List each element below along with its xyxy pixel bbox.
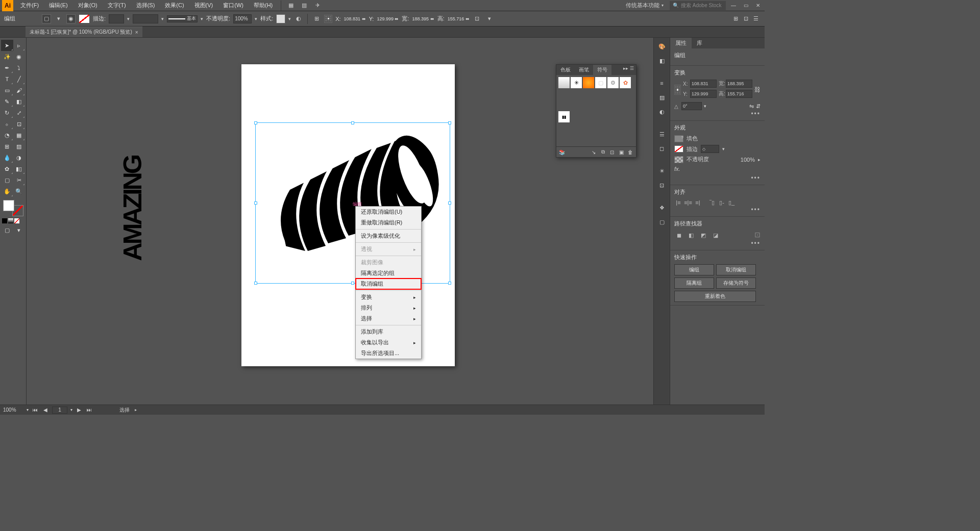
transform-more[interactable]: ••• <box>674 110 761 117</box>
align-icon[interactable]: ⊞ <box>312 14 321 23</box>
shape-icon[interactable]: ▾ <box>485 14 494 23</box>
cm-pixel-perfect[interactable]: 设为像素级优化 <box>356 231 421 241</box>
graphic-styles-icon[interactable]: ◻ <box>656 143 668 154</box>
prev-artboard-button[interactable]: ◀ <box>42 407 49 414</box>
mesh-tool[interactable]: ⊞ <box>1 141 13 152</box>
bridge-icon[interactable]: ▦ <box>286 1 296 10</box>
next-artboard-button[interactable]: ▶ <box>76 407 83 414</box>
break-link-icon[interactable]: ⧉ <box>599 148 606 156</box>
qa-save-symbol-button[interactable]: 存储为符号 <box>716 277 756 289</box>
transform-x-input[interactable] <box>690 80 717 88</box>
nostroke-swatch[interactable] <box>79 14 90 23</box>
align-bottom-icon[interactable]: ▯_ <box>727 199 736 206</box>
align-top-icon[interactable]: ‾▯ <box>708 199 716 206</box>
cm-ungroup[interactable]: 取消编组 <box>356 279 421 289</box>
pathfinder-more[interactable]: ••• <box>674 240 761 247</box>
selection-handle-tl[interactable] <box>254 121 257 124</box>
type-tool[interactable]: T <box>1 73 13 85</box>
transform-h-input[interactable] <box>726 90 752 98</box>
symbol-item[interactable] <box>583 77 594 88</box>
swatches-tab[interactable]: 色板 <box>556 65 575 75</box>
symbol-options-icon[interactable]: ⊡ <box>608 148 616 156</box>
free-transform-tool[interactable]: ⊡ <box>13 118 26 130</box>
stroke-weight-select[interactable]: ◇ <box>701 145 719 153</box>
color-mode-gradient[interactable] <box>8 218 13 223</box>
color-guide-icon[interactable]: ◧ <box>656 55 668 66</box>
minus-front-icon[interactable]: ◧ <box>687 231 696 240</box>
opacity-input[interactable] <box>233 14 252 23</box>
transform-w-input[interactable] <box>726 80 752 88</box>
fill-stroke-indicator[interactable] <box>1 199 26 217</box>
symbol-sprayer-tool[interactable]: ✿ <box>1 163 13 174</box>
cm-isolate-group[interactable]: 隔离选定的组 <box>356 268 421 279</box>
stroke-panel-icon[interactable]: ≡ <box>656 78 668 89</box>
fx-label[interactable]: fx. <box>674 166 680 172</box>
selection-tool[interactable]: ➤ <box>1 40 13 51</box>
color-panel-icon[interactable]: 🎨 <box>656 41 668 52</box>
menu-object[interactable]: 对象(O) <box>75 1 101 10</box>
color-mode-none[interactable] <box>14 218 19 223</box>
symbols-panel[interactable]: 色板 画笔 符号 ▸▸ ☰ ✳ ▢ ⚙ ✿ ▮▮ 📚 ↘ ⧉ ⊡ ▣ <box>556 64 636 158</box>
selection-handle-tr[interactable] <box>448 121 451 124</box>
layers-panel-icon[interactable]: ❖ <box>656 202 668 213</box>
rectangle-tool[interactable]: ▭ <box>1 85 13 96</box>
close-button[interactable]: ✕ <box>753 2 763 9</box>
gradient-tool[interactable]: ▨ <box>13 141 26 152</box>
selection-handle-bm[interactable] <box>351 282 354 285</box>
cm-undo-ungroup[interactable]: 还原取消编组(U) <box>356 207 421 217</box>
cm-redo-ungroup[interactable]: 重做取消编组(R) <box>356 217 421 228</box>
cm-arrange[interactable]: 排列▸ <box>356 302 421 313</box>
cm-transform[interactable]: 变换▸ <box>356 292 421 302</box>
workspace-switcher[interactable]: 传统基本功能 ▾ <box>623 1 667 10</box>
pen-tool[interactable]: ✒ <box>1 62 13 73</box>
arrange-docs-icon[interactable]: ▥ <box>300 1 309 10</box>
curvature-tool[interactable]: ⤵ <box>13 62 26 73</box>
menu-view[interactable]: 视图(V) <box>191 1 216 10</box>
transform-panel-icon[interactable]: ⊡ <box>473 14 482 23</box>
menu-file[interactable]: 文件(F) <box>17 1 42 10</box>
link-wh-icon[interactable]: ⛓ <box>754 86 761 93</box>
symbol-item[interactable] <box>558 77 570 88</box>
shape-builder-tool[interactable]: ◔ <box>1 130 13 141</box>
hand-tool[interactable]: ✋ <box>1 186 13 197</box>
selection-handle-tm[interactable] <box>351 121 354 124</box>
rotate-input[interactable] <box>681 102 702 110</box>
selection-handle-mr[interactable] <box>448 201 451 205</box>
y-value[interactable]: 129.999 ⬌ <box>377 16 399 21</box>
cm-export-selection[interactable]: 导出所选项目... <box>356 348 421 359</box>
canvas[interactable]: AMAZING <box>27 38 653 404</box>
isolate-mode-icon[interactable]: ⊞ <box>731 14 740 23</box>
menu-effect[interactable]: 效果(C) <box>162 1 187 10</box>
symbols-dock-icon[interactable]: ⊡ <box>656 180 668 191</box>
brush-def-preview[interactable]: 基本 <box>167 15 198 22</box>
cm-select[interactable]: 选择▸ <box>356 313 421 324</box>
menu-window[interactable]: 窗口(W) <box>220 1 247 10</box>
asset-export-icon[interactable]: ☀ <box>656 165 668 176</box>
fill-color[interactable] <box>3 200 14 211</box>
slice-tool[interactable]: ✂ <box>13 174 26 186</box>
maximize-button[interactable]: ▭ <box>741 2 750 9</box>
h-value[interactable]: 155.716 ⬌ <box>448 16 470 21</box>
align-left-icon[interactable]: |≡ <box>674 199 682 206</box>
selection-handle-br[interactable] <box>448 282 451 285</box>
direct-selection-tool[interactable]: ▹ <box>13 40 26 51</box>
appearance-stroke-swatch[interactable] <box>674 145 683 153</box>
menu-type[interactable]: 文字(T) <box>105 1 129 10</box>
symbol-libraries-icon[interactable]: 📚 <box>558 148 566 156</box>
opacity-swatch-icon[interactable] <box>674 156 683 163</box>
symbol-item[interactable]: ✳ <box>571 77 582 88</box>
edit-contents-icon[interactable]: ⊡ <box>741 14 750 23</box>
selection-handle-bl[interactable] <box>254 282 257 285</box>
recolor-art-icon[interactable]: ◐ <box>294 14 303 23</box>
w-value[interactable]: 188.395 ⬌ <box>412 16 434 21</box>
appearance-fill-swatch[interactable]: ? <box>674 135 683 142</box>
screen-mode-normal[interactable]: ▢ <box>1 224 13 236</box>
appearance-opacity-value[interactable]: 100% <box>741 157 755 163</box>
lasso-tool[interactable]: ◉ <box>13 51 26 62</box>
transform-reference-point[interactable] <box>674 85 681 95</box>
menu-edit[interactable]: 编辑(E) <box>46 1 71 10</box>
recolor-icon[interactable]: ◉ <box>66 14 76 23</box>
qa-recolor-button[interactable]: 重新着色 <box>674 291 756 302</box>
cm-add-to-library[interactable]: 添加到库 <box>356 326 421 337</box>
menu-help[interactable]: 帮助(H) <box>251 1 276 10</box>
